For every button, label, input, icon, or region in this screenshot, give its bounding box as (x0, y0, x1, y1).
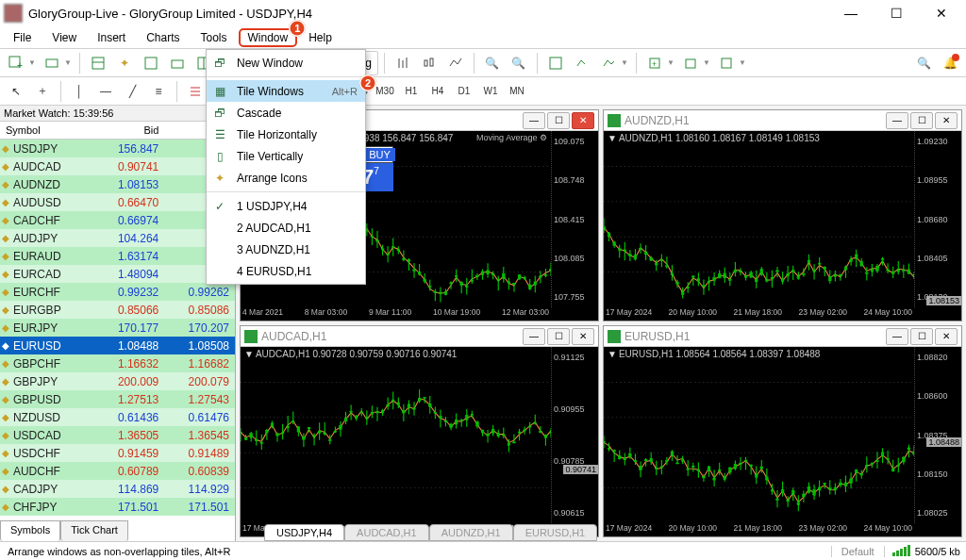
menu-window-1[interactable]: ✓1 USDJPY,H4 (207, 195, 365, 217)
chart-close-button[interactable]: ✕ (572, 112, 594, 129)
symbol-name: EURUSD (11, 339, 94, 353)
trendline-button[interactable]: ╱ (120, 79, 144, 104)
menu-charts[interactable]: Charts (137, 28, 189, 47)
market-watch-row[interactable]: ◆ EURAUD 1.63174 1 (0, 247, 235, 265)
data-window-button[interactable] (139, 51, 163, 75)
chart-tab[interactable]: AUDNZD,H1 (429, 524, 513, 541)
market-watch-row[interactable]: ◆ EURCHF 0.99232 0.99262 (0, 283, 235, 301)
market-watch-row[interactable]: ◆ CADJPY 114.869 114.929 (0, 480, 235, 498)
market-watch-row[interactable]: ◆ USDCHF 0.91459 0.91489 (0, 444, 235, 462)
market-watch-row[interactable]: ◆ CHFJPY 171.501 171.501 (0, 498, 235, 516)
search-button[interactable]: 🔍 (911, 51, 936, 75)
connection-status[interactable]: 5600/5 kb (915, 546, 960, 557)
menu-tile-horizontally[interactable]: ☰Tile Horizontally (207, 124, 365, 145)
notifications-button[interactable]: 🔔 (938, 51, 962, 75)
menu-file[interactable]: File (4, 28, 41, 47)
timeframe-mn[interactable]: MN (504, 79, 530, 104)
chart-tab[interactable]: USDJPY,H4 (264, 524, 344, 541)
menu-window-2[interactable]: 2 AUDCAD,H1 (207, 217, 365, 239)
maximize-button[interactable]: ☐ (875, 2, 917, 25)
line-chart-button[interactable] (443, 51, 468, 75)
svg-rect-338 (403, 411, 406, 413)
chart-minimize-button[interactable]: — (886, 112, 908, 129)
timeframe-d1[interactable]: D1 (451, 79, 477, 104)
chart-shift-button[interactable] (570, 51, 594, 75)
market-watch-row[interactable]: ◆ AUDUSD 0.66470 0 (0, 193, 235, 211)
market-watch-row[interactable]: ◆ AUDCHF 0.60789 0.60839 (0, 462, 235, 480)
menu-tile-vertically[interactable]: ▯Tile Vertically (207, 145, 365, 167)
indicators-button[interactable] (596, 51, 621, 75)
chart-canvas[interactable]: ▼AUDCAD,H1 0.90728 0.90759 0.90716 0.907… (241, 347, 598, 536)
chart-tab[interactable]: AUDCAD,H1 (344, 524, 429, 541)
market-watch-row[interactable]: ◆ GBPJPY 200.009 200.079 (0, 372, 235, 390)
market-watch-row[interactable]: ◆ EURCAD 1.48094 1 (0, 265, 235, 283)
cursor-button[interactable]: ↖ (4, 79, 28, 104)
menu-arrange-icons[interactable]: ✦Arrange Icons (207, 167, 365, 189)
menu-new-window[interactable]: 🗗New Window (207, 52, 365, 74)
menu-tools[interactable]: Tools (192, 28, 237, 47)
market-watch-row[interactable]: ◆ CADCHF 0.66974 0 (0, 211, 235, 229)
chart-minimize-button[interactable]: — (523, 112, 545, 129)
chart-minimize-button[interactable]: — (523, 328, 545, 345)
chart-maximize-button[interactable]: ☐ (910, 112, 933, 129)
menu-tile-windows[interactable]: ▦Tile WindowsAlt+R 2 (207, 80, 365, 102)
chart-canvas[interactable]: ▼AUDNZD,H1 1.08160 1.08167 1.08149 1.081… (604, 131, 961, 321)
profiles-button[interactable] (40, 51, 64, 75)
market-watch-row[interactable]: ◆ EURJPY 170.177 170.207 (0, 319, 235, 337)
tab-symbols[interactable]: Symbols (0, 520, 60, 541)
menu-help[interactable]: Help (299, 28, 341, 47)
timeframe-w1[interactable]: W1 (477, 79, 504, 104)
chart-minimize-button[interactable]: — (886, 328, 908, 345)
chart-close-button[interactable]: ✕ (935, 328, 958, 345)
chart-tab[interactable]: EURUSD,H1 (513, 524, 598, 541)
menu-cascade[interactable]: 🗗Cascade (207, 102, 365, 124)
market-watch-row[interactable]: ◆ AUDCAD 0.90741 0 (0, 157, 235, 175)
market-watch-row[interactable]: ◆ AUDNZD 1.08153 1 (0, 175, 235, 193)
bar-chart-button[interactable] (391, 51, 415, 75)
market-watch-row[interactable]: ◆ GBPCHF 1.16632 1.16682 (0, 354, 235, 372)
crosshair-button[interactable]: ＋ (30, 79, 55, 104)
chart-close-button[interactable]: ✕ (572, 328, 594, 345)
timeframe-h4[interactable]: H4 (425, 79, 451, 104)
timeframe-h1[interactable]: H1 (398, 79, 425, 104)
chart-maximize-button[interactable]: ☐ (910, 328, 933, 345)
market-watch-row[interactable]: ◆ GBPUSD 1.27513 1.27543 (0, 390, 235, 408)
close-button[interactable]: ✕ (921, 2, 962, 25)
market-watch-button[interactable] (86, 51, 110, 75)
zoom-out-button[interactable]: 🔍 (507, 51, 531, 75)
menu-window-3[interactable]: 3 AUDNZD,H1 (207, 239, 365, 260)
menu-insert[interactable]: Insert (88, 28, 135, 47)
column-symbol[interactable]: Symbol (0, 122, 94, 139)
templates-button[interactable] (678, 51, 703, 75)
menu-view[interactable]: View (42, 28, 86, 47)
candle-chart-button[interactable] (417, 51, 441, 75)
market-watch-row[interactable]: ◆ EURUSD 1.08488 1.08508 (0, 337, 235, 354)
menu-window[interactable]: Window 1 (239, 28, 298, 47)
autoscroll-button[interactable] (543, 51, 568, 75)
svg-rect-454 (744, 460, 747, 461)
periodicity-button[interactable]: + (642, 51, 667, 75)
chart-close-button[interactable]: ✕ (935, 112, 958, 129)
equidistant-button[interactable]: ≡ (146, 79, 171, 104)
minimize-button[interactable]: — (830, 2, 872, 25)
menu-window-4[interactable]: 4 EURUSD,H1 (207, 260, 365, 282)
chart-maximize-button[interactable]: ☐ (547, 328, 570, 345)
fibo-button[interactable] (183, 79, 208, 104)
chart-maximize-button[interactable]: ☐ (547, 112, 570, 129)
chart-canvas[interactable]: ▼EURUSD,H1 1.08564 1.08564 1.08397 1.084… (604, 347, 961, 536)
chart-studies-button[interactable] (714, 51, 739, 75)
status-profile[interactable]: Default (831, 546, 885, 557)
market-watch-row[interactable]: ◆ AUDJPY 104.264 1 (0, 229, 235, 247)
market-watch-row[interactable]: ◆ USDCAD 1.36505 1.36545 (0, 426, 235, 444)
navigator-button[interactable]: ✦ (112, 51, 137, 75)
market-watch-row[interactable]: ◆ USDJPY 156.847 1 (0, 140, 235, 157)
tab-tick-chart[interactable]: Tick Chart (60, 520, 128, 541)
horizontal-line-button[interactable]: — (93, 79, 118, 104)
zoom-in-button[interactable]: 🔍 (480, 51, 505, 75)
terminal-button[interactable] (165, 51, 190, 75)
market-watch-row[interactable]: ◆ EURGBP 0.85066 0.85086 (0, 301, 235, 319)
new-chart-button[interactable]: + (4, 51, 28, 75)
column-bid[interactable]: Bid (94, 122, 165, 139)
vertical-line-button[interactable]: │ (67, 79, 92, 104)
market-watch-row[interactable]: ◆ NZDUSD 0.61436 0.61476 (0, 408, 235, 426)
